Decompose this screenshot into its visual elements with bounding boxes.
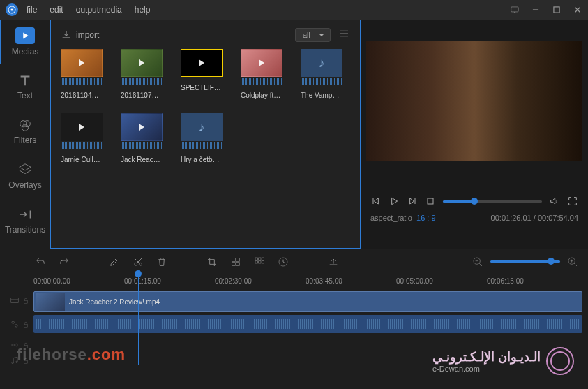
fullscreen-icon[interactable] <box>567 196 578 207</box>
volume-slider[interactable] <box>443 200 542 203</box>
sidebar-item-filters[interactable]: Filters <box>0 109 50 154</box>
dewan-subtext: e-Dewan.com <box>432 365 541 373</box>
svg-rect-23 <box>236 258 240 261</box>
svg-point-9 <box>24 121 30 127</box>
ruler-tick: 00:03:45.00 <box>306 277 342 285</box>
duration-icon[interactable] <box>278 256 289 267</box>
media-label: 20161104100... <box>61 91 103 99</box>
menu-outputmedia[interactable]: outputmedia <box>76 5 122 15</box>
media-thumbnail <box>181 49 223 77</box>
playhead[interactable] <box>138 274 139 365</box>
media-item[interactable]: Coldplay ft. C... <box>241 49 282 99</box>
media-thumbnail: ♪ <box>181 113 223 141</box>
playback-controls <box>366 196 582 207</box>
media-label: Jack Reacher... <box>121 156 163 163</box>
menu-help[interactable]: help <box>135 5 151 15</box>
svg-marker-14 <box>374 198 378 204</box>
svg-point-44 <box>15 325 17 328</box>
undo-icon[interactable] <box>35 256 46 267</box>
video-clip[interactable]: Jack Reacher 2 Review!.mp4 <box>33 291 582 312</box>
menu-edit[interactable]: edit <box>50 5 63 15</box>
zoom-slider[interactable] <box>490 260 560 263</box>
grid-icon[interactable] <box>254 256 265 267</box>
media-thumbnail <box>121 49 163 77</box>
audio-icon: ♪ <box>319 56 325 71</box>
sidebar-item-medias[interactable]: Medias <box>0 20 50 64</box>
media-item[interactable]: ♪ Hry a četba (... <box>181 113 223 163</box>
stop-icon[interactable] <box>425 196 436 207</box>
media-item[interactable]: ♪ The Vamps -... <box>301 49 342 99</box>
lock-icon[interactable] <box>22 297 29 307</box>
svg-rect-45 <box>24 325 28 328</box>
minimize-icon[interactable] <box>531 5 541 15</box>
audio-track[interactable] <box>33 315 588 335</box>
redo-icon[interactable] <box>59 256 70 267</box>
filter-value: all <box>303 31 310 39</box>
import-button[interactable]: import <box>61 29 99 41</box>
audio-icon: ♪ <box>199 120 205 135</box>
volume-icon[interactable] <box>549 196 560 207</box>
video-track-icon <box>10 295 20 307</box>
media-item[interactable]: 20161107092... <box>121 49 163 99</box>
aspect-value[interactable]: 16 : 9 <box>416 214 436 222</box>
preview-video[interactable] <box>366 41 582 161</box>
dewan-logo-icon <box>546 347 574 375</box>
prev-frame-icon[interactable] <box>370 196 382 207</box>
import-label: import <box>76 30 99 40</box>
filters-icon <box>17 117 33 133</box>
sidebar-item-text[interactable]: Text <box>0 64 50 109</box>
timeline-ruler[interactable]: 00:00:00.00 00:01:15.00 00:02:30.00 00:0… <box>0 274 588 291</box>
media-item[interactable]: 20161104100... <box>61 49 103 99</box>
sidebar-label: Medias <box>12 47 39 57</box>
next-frame-icon[interactable] <box>407 196 418 207</box>
zoom-controls <box>472 256 578 267</box>
svg-rect-22 <box>232 258 236 261</box>
svg-marker-17 <box>410 198 414 204</box>
mosaic-icon[interactable] <box>230 256 241 267</box>
view-toggle-button[interactable] <box>338 27 350 42</box>
video-track[interactable]: Jack Reacher 2 Review!.mp4 <box>33 291 588 314</box>
sidebar-item-overlays[interactable]: Overlays <box>0 154 50 198</box>
time-display: 00:01:26.01 / 00:07:54.04 <box>491 214 578 222</box>
menu-file[interactable]: file <box>27 5 37 15</box>
export-icon[interactable] <box>328 256 339 267</box>
media-item[interactable]: SPECTLIFE m... <box>181 49 223 99</box>
window-controls <box>510 5 582 15</box>
zoom-out-icon[interactable] <box>472 256 483 267</box>
svg-point-10 <box>22 124 28 131</box>
svg-marker-7 <box>23 32 28 38</box>
media-item[interactable]: Jamie Cullum... <box>61 113 103 163</box>
delete-icon[interactable] <box>156 256 167 267</box>
svg-rect-2 <box>511 7 519 12</box>
svg-rect-31 <box>262 260 264 263</box>
dewan-text: الـديـوان الإلـكـترونـي <box>432 350 541 364</box>
media-label: Hry a četba (... <box>181 156 223 163</box>
crop-icon[interactable] <box>206 256 218 267</box>
sidebar-label: Transitions <box>5 225 45 235</box>
filter-dropdown[interactable]: all <box>295 28 331 42</box>
lock-icon[interactable] <box>22 321 29 330</box>
play-icon[interactable] <box>389 196 400 207</box>
svg-point-49 <box>12 362 13 363</box>
sidebar-item-transitions[interactable]: Transitions <box>0 198 50 243</box>
edit-icon[interactable] <box>109 256 120 267</box>
svg-marker-16 <box>392 198 398 204</box>
chat-icon[interactable] <box>510 5 520 15</box>
media-thumbnail <box>241 49 282 77</box>
ruler-tick: 00:02:30.00 <box>215 277 252 285</box>
media-item[interactable]: Jack Reacher... <box>121 113 163 163</box>
close-icon[interactable] <box>573 5 582 15</box>
svg-point-43 <box>12 321 15 324</box>
audio-clip[interactable] <box>33 315 582 333</box>
svg-rect-27 <box>259 258 261 260</box>
zoom-in-icon[interactable] <box>567 256 578 267</box>
maximize-icon[interactable] <box>552 5 561 15</box>
svg-rect-19 <box>428 198 433 204</box>
svg-rect-25 <box>236 262 240 265</box>
cut-icon[interactable] <box>133 256 144 267</box>
media-label: 20161107092... <box>121 91 163 99</box>
overlays-icon <box>17 162 33 177</box>
media-thumbnail: ♪ <box>301 49 342 77</box>
sidebar: Medias Text Filters Overlays Transitions <box>0 20 50 249</box>
media-label: SPECTLIFE m... <box>181 84 223 91</box>
